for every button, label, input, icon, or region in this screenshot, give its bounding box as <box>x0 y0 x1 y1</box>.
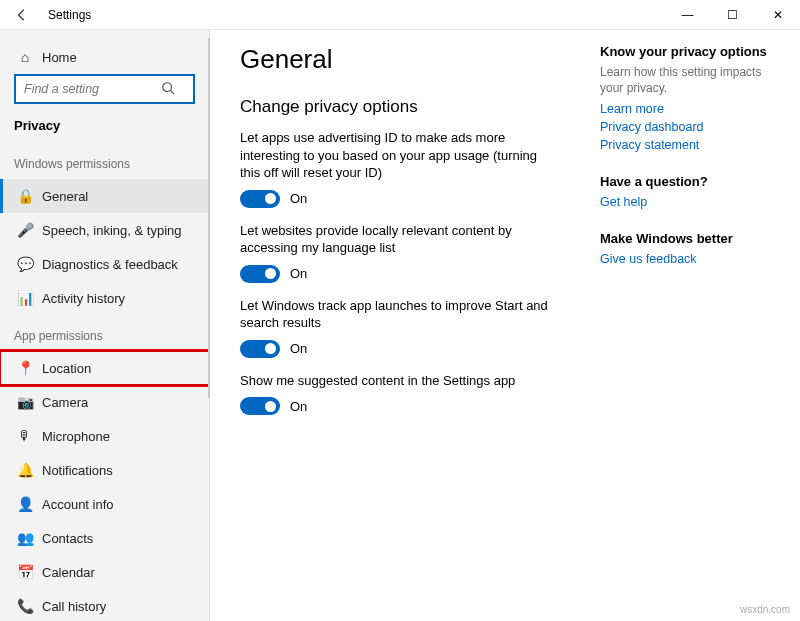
titlebar: Settings — ☐ ✕ <box>0 0 800 30</box>
right-rail: Know your privacy options Learn how this… <box>600 44 770 621</box>
rail-title-feedback: Make Windows better <box>600 231 770 246</box>
sidebar-item-app-5-label: Contacts <box>42 531 93 546</box>
svg-point-0 <box>163 83 172 92</box>
rail-link-help-0[interactable]: Get help <box>600 195 770 209</box>
toggle-state-1: On <box>290 266 307 281</box>
rail-link-privacy-2[interactable]: Privacy statement <box>600 138 770 152</box>
rail-link-privacy-1[interactable]: Privacy dashboard <box>600 120 770 134</box>
watermark: wsxdn.com <box>740 604 790 615</box>
sidebar-item-app-6[interactable]: 📅Calendar <box>0 555 209 589</box>
rail-text-privacy: Learn how this setting impacts your priv… <box>600 65 770 96</box>
sidebar-item-app-1[interactable]: 📷Camera <box>0 385 209 419</box>
sidebar-item-app-4[interactable]: 👤Account info <box>0 487 209 521</box>
sidebar-item-app-2-icon: 🎙 <box>14 428 36 444</box>
sidebar-item-app-0-label: Location <box>42 361 91 376</box>
sidebar-item-win-3-label: Activity history <box>42 291 125 306</box>
sidebar-item-app-0[interactable]: 📍Location <box>0 351 209 385</box>
setting-3: Show me suggested content in the Setting… <box>240 372 552 416</box>
sidebar-item-win-2[interactable]: 💬Diagnostics & feedback <box>0 247 209 281</box>
sidebar-item-app-5[interactable]: 👥Contacts <box>0 521 209 555</box>
sidebar-item-app-7-icon: 📞 <box>14 598 36 614</box>
scrollbar[interactable] <box>208 38 210 398</box>
group-windows-permissions: Windows permissions <box>0 143 209 179</box>
home-nav[interactable]: ⌂ Home <box>0 40 209 74</box>
rail-link-feedback-0[interactable]: Give us feedback <box>600 252 770 266</box>
setting-desc-1: Let websites provide locally relevant co… <box>240 222 552 257</box>
sidebar-item-app-1-label: Camera <box>42 395 88 410</box>
sidebar-item-app-6-label: Calendar <box>42 565 95 580</box>
setting-0: Let apps use advertising ID to make ads … <box>240 129 552 208</box>
sidebar-item-app-2[interactable]: 🎙Microphone <box>0 419 209 453</box>
sidebar-item-app-2-label: Microphone <box>42 429 110 444</box>
arrow-left-icon <box>15 8 29 22</box>
toggle-state-3: On <box>290 399 307 414</box>
toggle-2[interactable] <box>240 340 280 358</box>
minimize-button[interactable]: — <box>665 0 710 30</box>
toggle-0[interactable] <box>240 190 280 208</box>
toggle-3[interactable] <box>240 397 280 415</box>
setting-2: Let Windows track app launches to improv… <box>240 297 552 358</box>
sidebar-item-app-4-icon: 👤 <box>14 496 36 512</box>
toggle-state-0: On <box>290 191 307 206</box>
sidebar-item-win-0-icon: 🔒 <box>14 188 36 204</box>
sidebar-item-win-1-label: Speech, inking, & typing <box>42 223 181 238</box>
rail-title-question: Have a question? <box>600 174 770 189</box>
sidebar-item-win-0-label: General <box>42 189 88 204</box>
sidebar-item-app-3[interactable]: 🔔Notifications <box>0 453 209 487</box>
page-subheading: Change privacy options <box>240 97 552 117</box>
home-icon: ⌂ <box>14 49 36 65</box>
main-content: General Change privacy options Let apps … <box>210 30 800 621</box>
sidebar: ⌂ Home Privacy Windows permissions 🔒Gene… <box>0 30 210 621</box>
toggle-state-2: On <box>290 341 307 356</box>
rail-link-privacy-0[interactable]: Learn more <box>600 102 770 116</box>
sidebar-item-app-1-icon: 📷 <box>14 394 36 410</box>
home-label: Home <box>42 50 77 65</box>
sidebar-item-win-0[interactable]: 🔒General <box>0 179 209 213</box>
sidebar-item-app-3-icon: 🔔 <box>14 462 36 478</box>
page-heading: General <box>240 44 552 75</box>
section-title: Privacy <box>0 114 209 143</box>
sidebar-item-win-3[interactable]: 📊Activity history <box>0 281 209 315</box>
toggle-1[interactable] <box>240 265 280 283</box>
sidebar-item-app-0-icon: 📍 <box>14 360 36 376</box>
back-button[interactable] <box>10 3 34 27</box>
sidebar-item-app-7[interactable]: 📞Call history <box>0 589 209 621</box>
sidebar-item-app-5-icon: 👥 <box>14 530 36 546</box>
close-button[interactable]: ✕ <box>755 0 800 30</box>
sidebar-item-app-3-label: Notifications <box>42 463 113 478</box>
svg-line-1 <box>171 91 175 95</box>
sidebar-item-win-2-icon: 💬 <box>14 256 36 272</box>
setting-desc-3: Show me suggested content in the Setting… <box>240 372 552 390</box>
sidebar-item-win-3-icon: 📊 <box>14 290 36 306</box>
group-app-permissions: App permissions <box>0 315 209 351</box>
setting-desc-0: Let apps use advertising ID to make ads … <box>240 129 552 182</box>
sidebar-item-app-7-label: Call history <box>42 599 106 614</box>
rail-title-privacy: Know your privacy options <box>600 44 770 59</box>
sidebar-item-win-2-label: Diagnostics & feedback <box>42 257 178 272</box>
sidebar-item-win-1-icon: 🎤 <box>14 222 36 238</box>
setting-desc-2: Let Windows track app launches to improv… <box>240 297 552 332</box>
sidebar-item-app-6-icon: 📅 <box>14 564 36 580</box>
sidebar-item-win-1[interactable]: 🎤Speech, inking, & typing <box>0 213 209 247</box>
setting-1: Let websites provide locally relevant co… <box>240 222 552 283</box>
maximize-button[interactable]: ☐ <box>710 0 755 30</box>
window-title: Settings <box>48 8 91 22</box>
sidebar-item-app-4-label: Account info <box>42 497 114 512</box>
